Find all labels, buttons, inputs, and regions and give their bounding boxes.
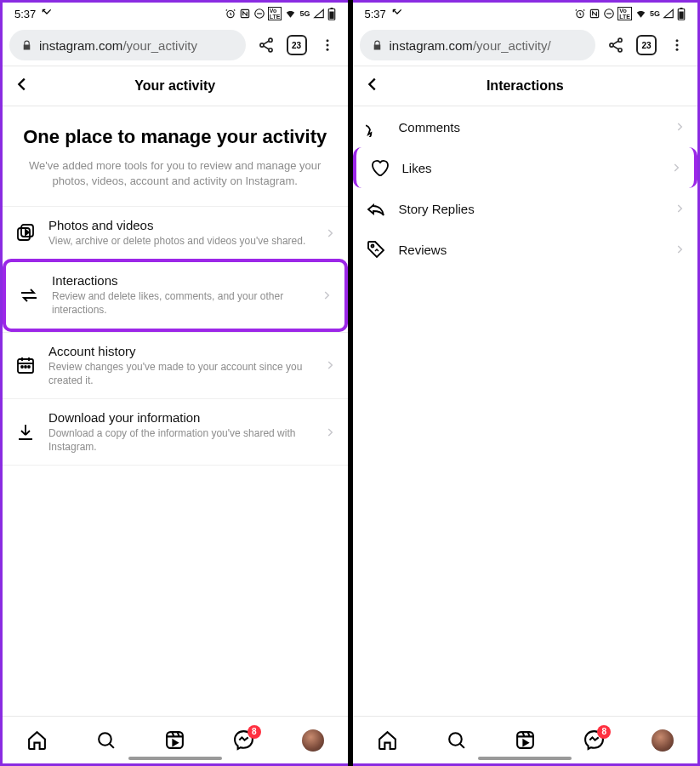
menu-desc: Download a copy of the information you'v… [48,426,312,454]
signal-icon [663,8,674,20]
phone-right: 5:37 VoLTE 5G instagram.com/your_activit… [350,0,701,766]
svg-rect-27 [679,11,683,19]
menu-desc: Review and delete likes, comments, and y… [52,289,309,317]
nav-home[interactable] [26,729,49,752]
nav-home[interactable] [375,729,399,752]
volte-icon: VoLTE [617,7,632,20]
svg-marker-21 [174,740,178,746]
nav-reels[interactable] [513,729,537,752]
url-path: /your_activity [122,38,197,53]
back-button[interactable] [363,75,382,97]
svg-point-31 [676,39,679,42]
page-title: Interactions [487,78,564,94]
menu-item-comments[interactable]: Comments [353,106,698,147]
nav-profile[interactable] [651,729,674,752]
status-time: 5:37 [365,8,386,20]
nav-profile[interactable] [301,729,325,752]
wifi-icon [635,8,647,20]
home-indicator [478,757,572,760]
url-domain: instagram.com [390,38,473,53]
nav-messages[interactable]: 8 [232,729,256,752]
menu-title: Comments [399,120,663,134]
download-icon [14,421,37,443]
chevron-left-icon [363,75,382,94]
url-path: /your_activity/ [473,38,551,53]
page-header: Interactions [353,66,698,106]
reels-icon [164,729,185,751]
nav-reels[interactable] [163,729,187,752]
url-bar[interactable]: instagram.com/your_activity/ [360,30,596,60]
svg-point-10 [326,44,328,47]
svg-point-32 [676,44,679,47]
messages-badge: 8 [597,725,611,739]
nav-messages[interactable]: 8 [582,729,606,752]
menu-item-account-history[interactable]: Account history Review changes you've ma… [3,332,348,398]
menu-item-download-info[interactable]: Download your information Download a cop… [3,398,348,466]
menu-item-story-replies[interactable]: Story Replies [353,188,698,229]
kebab-icon [320,37,335,53]
page-title: Your activity [134,78,215,94]
reply-icon [365,197,387,220]
nav-search[interactable] [444,729,468,752]
svg-point-16 [21,366,23,368]
tab-count[interactable]: 23 [287,35,307,55]
chevron-right-icon [324,227,336,239]
svg-point-19 [99,733,111,746]
chevron-left-icon [13,75,31,94]
browser-menu-button[interactable] [314,31,341,59]
svg-point-33 [676,49,679,51]
menu-item-photos-videos[interactable]: Photos and videos View, archive or delet… [3,206,348,259]
svg-point-11 [326,49,328,51]
lock-icon [21,40,32,51]
menu-title: Account history [48,344,312,358]
menu-title: Download your information [48,410,312,425]
svg-rect-12 [18,228,30,240]
chevron-right-icon [321,289,333,301]
menu-title: Interactions [52,273,309,288]
kebab-icon [669,37,685,53]
back-button[interactable] [13,75,31,97]
share-button[interactable] [253,31,280,59]
intro-desc: We've added more tools for you to review… [18,158,333,189]
avatar [302,729,324,752]
svg-marker-14 [26,230,29,235]
menu-title: Reviews [399,243,663,257]
nfc-icon [589,8,600,20]
svg-point-9 [326,39,328,42]
avatar [652,729,674,752]
heart-icon [368,157,390,179]
battery-icon [677,8,686,20]
5g-label: 5G [299,9,310,18]
missed-call-icon [41,8,53,20]
browser-bar: instagram.com/your_activity 23 [3,25,348,66]
intro-title: One place to manage your activity [18,125,333,150]
menu-item-likes[interactable]: Likes [353,147,698,188]
chevron-right-icon [674,121,686,133]
chevron-right-icon [674,243,686,255]
status-time: 5:37 [14,8,36,20]
svg-rect-5 [329,11,333,19]
chevron-right-icon [674,203,686,214]
menu-item-interactions[interactable]: Interactions Review and delete likes, co… [3,259,348,331]
phone-left: 5:37 VoLTE 5G instagram.com/your_activit… [0,0,350,766]
share-icon [258,37,275,54]
menu-desc: View, archive or delete photos and video… [48,234,312,248]
nav-search[interactable] [94,729,118,752]
alarm-icon [225,8,236,20]
url-bar[interactable]: instagram.com/your_activity [9,30,246,60]
menu-title: Story Replies [399,202,663,216]
svg-point-18 [28,366,30,368]
browser-menu-button[interactable] [663,31,691,59]
signal-icon [313,8,325,20]
svg-rect-26 [680,8,683,9]
menu-desc: Review changes you've made to your accou… [48,360,312,387]
share-button[interactable] [602,31,629,59]
tab-count[interactable]: 23 [636,35,657,55]
calendar-icon [14,354,37,376]
bottom-nav: 8 [353,716,698,763]
menu-item-reviews[interactable]: Reviews [353,229,698,270]
svg-marker-37 [523,740,527,746]
alarm-icon [574,8,586,20]
lock-icon [372,40,383,51]
browser-bar: instagram.com/your_activity/ 23 [353,25,698,66]
